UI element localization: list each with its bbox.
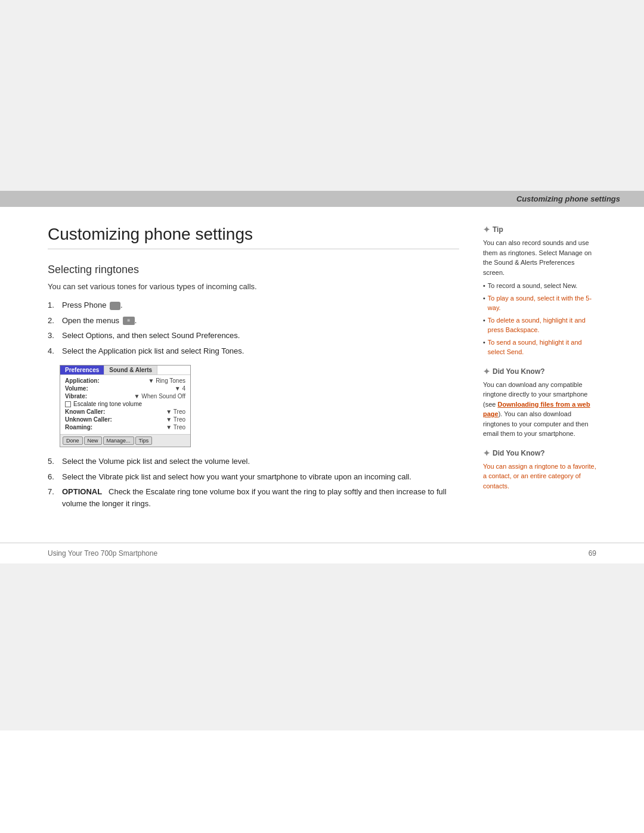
step-6: 6. Select the Vibrate pick list and sele… (48, 471, 459, 483)
menu-icon: ≡ (123, 317, 135, 325)
page-footer: Using Your Treo 700p Smartphone 69 (0, 543, 644, 563)
step-content-4: Select the Application pick list and sel… (62, 345, 459, 357)
step-content-2: Open the menus ≡. (62, 315, 459, 327)
tip-star-icon: ✦ (483, 225, 490, 234)
step-content-1: Press Phone . (62, 299, 459, 311)
dyk-box-1: ✦ Did You Know? You can download any com… (483, 367, 596, 439)
mockup-value-volume: ▼ 4 (175, 385, 185, 392)
footer-left-text: Using Your Treo 700p Smartphone (48, 549, 157, 558)
mockup-header: Preferences Sound & Alerts (60, 366, 190, 375)
mockup-row-roaming: Roaming: ▼ Treo (65, 424, 185, 431)
left-column: Customizing phone settings Selecting rin… (48, 225, 459, 513)
mockup-row-vibrate: Vibrate: ▼ When Sound Off (65, 393, 185, 400)
mockup-row-application: Application: ▼ Ring Tones (65, 377, 185, 384)
page-wrapper: Customizing phone settings Customizing p… (0, 0, 644, 833)
mockup-btn-done[interactable]: Done (63, 436, 83, 445)
chapter-header-title: Customizing phone settings (516, 194, 620, 203)
mockup-btn-manage[interactable]: Manage... (103, 436, 134, 445)
tip-bullet-3: • To delete a sound, highlight it and pr… (483, 315, 596, 335)
step-num-2: 2. (48, 315, 62, 327)
mockup-value-vibrate: ▼ When Sound Off (134, 393, 185, 400)
top-decorative-area (0, 0, 644, 191)
mockup-label-vibrate: Vibrate: (65, 393, 87, 400)
mockup-tab-sound-alerts: Sound & Alerts (104, 366, 157, 374)
section-intro: You can set various tones for various ty… (48, 282, 459, 291)
dyk-text-2: You can assign a ringtone to a favorite,… (483, 462, 596, 491)
section-heading: Selecting ringtones (48, 264, 459, 276)
optional-label: OPTIONAL (62, 487, 102, 496)
mockup-btn-tips[interactable]: Tips (135, 436, 153, 445)
mockup-checkbox-row: Escalate ring tone volume (65, 401, 185, 407)
dyk-label-2: Did You Know? (493, 449, 545, 457)
steps-list: 1. Press Phone . 2. Open the menus ≡. 3.… (48, 299, 459, 357)
dyk-header-2: ✦ Did You Know? (483, 448, 596, 458)
page-title: Customizing phone settings (48, 225, 459, 249)
tip-box: ✦ Tip You can also record sounds and use… (483, 225, 596, 357)
tip-bullet-4: • To send a sound, highlight it and sele… (483, 337, 596, 357)
footer-page-number: 69 (589, 549, 596, 558)
tip-header-label: Tip (493, 225, 503, 234)
dyk-box-2: ✦ Did You Know? You can assign a rington… (483, 448, 596, 491)
dyk-header-1: ✦ Did You Know? (483, 367, 596, 376)
mockup-value-known: ▼ Treo (166, 408, 185, 415)
right-column: ✦ Tip You can also record sounds and use… (483, 225, 596, 513)
tip-bullet-2: • To play a sound, select it with the 5-… (483, 293, 596, 313)
mockup-row-unknown: Unknown Caller: ▼ Treo (65, 416, 185, 423)
step-num-4: 4. (48, 345, 62, 357)
dyk-label-1: Did You Know? (493, 367, 545, 376)
tip-bullet-1: • To record a sound, select New. (483, 281, 596, 291)
mockup-label-known: Known Caller: (65, 408, 105, 415)
step-content-6: Select the Vibrate pick list and select … (62, 471, 459, 483)
step-content-3: Select Options, and then select Sound Pr… (62, 330, 459, 342)
continue-steps: 5. Select the Volume pick list and selec… (48, 456, 459, 509)
dyk-text-1: You can download any compatible ringtone… (483, 380, 596, 439)
mockup-value-roaming: ▼ Treo (166, 424, 185, 431)
step-num-1: 1. (48, 299, 62, 311)
step-num-6: 6. (48, 471, 62, 483)
mockup-label-unknown: Unknown Caller: (65, 416, 112, 423)
dyk-plus-icon-1: ✦ (483, 367, 490, 376)
mockup-row-known: Known Caller: ▼ Treo (65, 408, 185, 415)
dyk-plus-icon-2: ✦ (483, 448, 490, 458)
chapter-header-bar: Customizing phone settings (0, 191, 644, 207)
step-5: 5. Select the Volume pick list and selec… (48, 456, 459, 467)
step-num-7: 7. (48, 486, 62, 509)
mockup-body: Application: ▼ Ring Tones Volume: ▼ 4 Vi… (60, 375, 190, 434)
dyk-link-1[interactable]: Downloading files from a web page (483, 401, 590, 418)
mockup-label-volume: Volume: (65, 385, 88, 392)
step-num-3: 3. (48, 330, 62, 342)
bottom-decorative-area (0, 563, 644, 730)
mockup-value-application: ▼ Ring Tones (148, 377, 185, 384)
mockup-checkbox-label: Escalate ring tone volume (73, 401, 142, 407)
main-content: Customizing phone settings Selecting rin… (0, 207, 644, 537)
mockup-checkbox-escalate (65, 401, 71, 407)
mockup-label-roaming: Roaming: (65, 424, 92, 431)
screen-mockup: Preferences Sound & Alerts Application: … (60, 365, 191, 447)
step-3: 3. Select Options, and then select Sound… (48, 330, 459, 342)
step-num-5: 5. (48, 456, 62, 467)
mockup-btn-new[interactable]: New (84, 436, 102, 445)
mockup-tab-preferences: Preferences (60, 366, 104, 374)
step-7: 7. OPTIONAL Check the Escalate ring tone… (48, 486, 459, 509)
mockup-value-unknown: ▼ Treo (166, 416, 185, 423)
step-content-7: OPTIONAL Check the Escalate ring tone vo… (62, 486, 459, 509)
step-2: 2. Open the menus ≡. (48, 315, 459, 327)
mockup-row-volume: Volume: ▼ 4 (65, 385, 185, 392)
mockup-footer: Done New Manage... Tips (60, 434, 190, 447)
phone-icon (110, 302, 120, 310)
step-content-5: Select the Volume pick list and select t… (62, 456, 459, 467)
tip-intro-text: You can also record sounds and use them … (483, 238, 596, 277)
mockup-label-application: Application: (65, 377, 100, 384)
step-1: 1. Press Phone . (48, 299, 459, 311)
tip-header: ✦ Tip (483, 225, 596, 234)
step-4: 4. Select the Application pick list and … (48, 345, 459, 357)
